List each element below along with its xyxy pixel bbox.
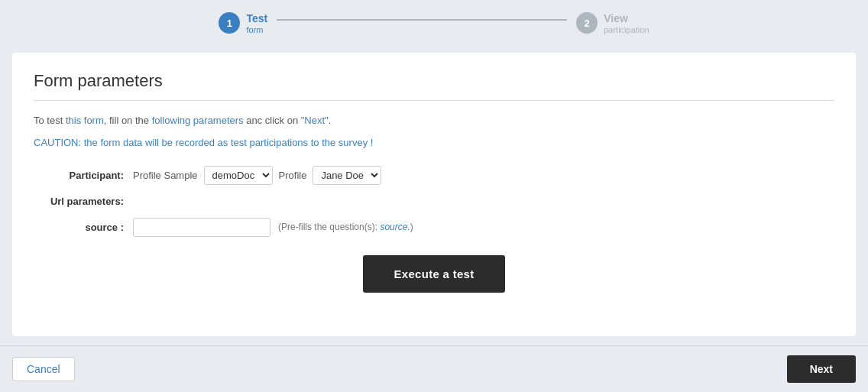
step-2-circle: 2 bbox=[576, 12, 598, 34]
card-title: Form parameters bbox=[34, 71, 834, 101]
step-1-circle: 1 bbox=[219, 12, 240, 34]
execute-btn[interactable]: Execute a test bbox=[363, 255, 504, 293]
profile-label: Profile bbox=[279, 170, 307, 181]
form-card: Form parameters To test this form, fill … bbox=[12, 53, 856, 336]
cancel-button[interactable]: Cancel bbox=[12, 357, 75, 381]
step-connector bbox=[277, 19, 567, 21]
profile-select[interactable]: Jane Doe bbox=[313, 166, 381, 185]
prefill-source: source. bbox=[380, 222, 410, 232]
profile-sample-label: Profile Sample bbox=[133, 170, 198, 181]
profile-sample-select[interactable]: demoDoc bbox=[204, 166, 273, 185]
info-highlight: this form bbox=[66, 115, 104, 126]
execute-btn-row: Execute a test bbox=[34, 255, 834, 293]
info-text-1: To test this form, fill on the following… bbox=[34, 113, 834, 128]
step-2-number: 2 bbox=[585, 18, 590, 29]
step-2-title: View bbox=[604, 12, 649, 25]
participant-controls: Profile Sample demoDoc Profile Jane Doe bbox=[133, 166, 381, 185]
participant-row: Participant: Profile Sample demoDoc Prof… bbox=[34, 166, 834, 185]
url-params-row: Url parameters: bbox=[34, 196, 834, 207]
source-row: source : (Pre-fills the question(s): sou… bbox=[34, 218, 834, 237]
step-1-subtitle: form bbox=[246, 25, 267, 34]
prefill-note: (Pre-fills the question(s): source.) bbox=[278, 222, 413, 232]
info-highlight-3: "Next" bbox=[301, 115, 329, 126]
step-2-subtitle: participation bbox=[604, 25, 649, 34]
participant-label: Participant: bbox=[34, 170, 133, 181]
footer-bar: Cancel Next bbox=[0, 345, 868, 392]
main-content: Form parameters To test this form, fill … bbox=[0, 44, 868, 336]
step-1-title: Test bbox=[246, 12, 267, 25]
step-2-text: View participation bbox=[604, 12, 649, 34]
next-button[interactable]: Next bbox=[787, 355, 856, 383]
step-2: 2 View participation bbox=[576, 12, 649, 34]
source-input[interactable] bbox=[133, 218, 270, 237]
step-1-text: Test form bbox=[246, 12, 267, 34]
caution-highlight: CAUTION: the form data will be recorded … bbox=[34, 137, 338, 148]
caution-text: CAUTION: the form data will be recorded … bbox=[34, 135, 834, 151]
step-1-number: 1 bbox=[227, 18, 232, 29]
info-highlight-2: following parameters bbox=[152, 115, 244, 126]
stepper: 1 Test form 2 View participation bbox=[0, 0, 868, 44]
caution-highlight-2: survey ! bbox=[338, 137, 374, 148]
step-1: 1 Test form bbox=[219, 12, 267, 34]
source-label: source : bbox=[34, 222, 133, 233]
url-params-label: Url parameters: bbox=[34, 196, 133, 207]
